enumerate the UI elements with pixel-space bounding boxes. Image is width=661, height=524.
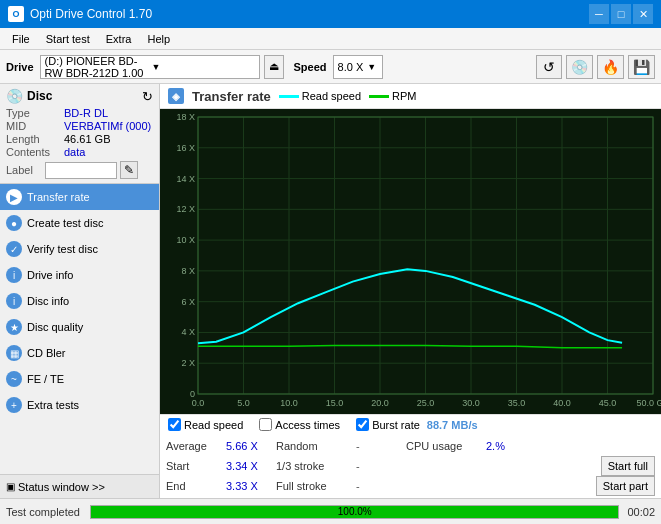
nav-item-verify-test-disc[interactable]: ✓ Verify test disc	[0, 236, 159, 262]
close-button[interactable]: ✕	[633, 4, 653, 24]
cd-bler-icon: ▦	[6, 345, 22, 361]
legend-rpm-label: RPM	[392, 90, 416, 102]
nav-item-extra-tests-label: Extra tests	[27, 399, 79, 411]
burst-rate-checkbox[interactable]	[356, 418, 369, 431]
app-icon: O	[8, 6, 24, 22]
disc-length-row: Length 46.61 GB	[6, 133, 153, 145]
label-row: Label ✎	[6, 161, 153, 179]
status-text: Test completed	[6, 506, 80, 518]
titlebar: O Opti Drive Control 1.70 ─ □ ✕	[0, 0, 661, 28]
speed-dropdown-arrow: ▼	[367, 62, 376, 72]
stat-1-3-key: 1/3 stroke	[276, 460, 356, 472]
menu-file[interactable]: File	[4, 31, 38, 47]
nav-item-disc-quality-label: Disc quality	[27, 321, 83, 333]
disc-refresh-arrows[interactable]: ↻	[142, 89, 153, 104]
stat-1-3-value: -	[356, 460, 386, 472]
speed-value: 8.0 X	[338, 61, 364, 73]
status-window-button[interactable]: ▣ Status window >>	[0, 474, 159, 498]
statusbar: Test completed 100.0% 00:02	[0, 498, 661, 524]
nav-item-transfer-rate[interactable]: ▶ Transfer rate	[0, 184, 159, 210]
sidebar: 💿 Disc ↻ Type BD-R DL MID VERBATIMf (000…	[0, 84, 160, 498]
menu-start-test[interactable]: Start test	[38, 31, 98, 47]
nav-item-disc-quality[interactable]: ★ Disc quality	[0, 314, 159, 340]
disc-contents-key: Contents	[6, 146, 64, 158]
nav-items: ▶ Transfer rate ● Create test disc ✓ Ver…	[0, 184, 159, 474]
nav-item-fe-te[interactable]: ~ FE / TE	[0, 366, 159, 392]
nav-item-cd-bler-label: CD Bler	[27, 347, 66, 359]
minimize-button[interactable]: ─	[589, 4, 609, 24]
window-controls: ─ □ ✕	[589, 4, 653, 24]
progress-label: 100.0%	[91, 506, 618, 518]
drive-select[interactable]: (D:) PIONEER BD-RW BDR-212D 1.00 ▼	[40, 55, 260, 79]
disc-button[interactable]: 💿	[566, 55, 593, 79]
access-times-checkbox[interactable]	[259, 418, 272, 431]
refresh-button[interactable]: ↺	[536, 55, 562, 79]
stat-average-label: Average	[166, 440, 226, 452]
stats-row-0: Average 5.66 X Random - CPU usage 2.%	[166, 436, 655, 456]
nav-item-create-test-disc[interactable]: ● Create test disc	[0, 210, 159, 236]
read-speed-checkbox-label: Read speed	[184, 419, 243, 431]
transfer-rate-icon: ▶	[6, 189, 22, 205]
disc-header-left: 💿 Disc	[6, 88, 52, 104]
nav-item-extra-tests[interactable]: + Extra tests	[0, 392, 159, 418]
disc-contents-row: Contents data	[6, 146, 153, 158]
save-button[interactable]: 💾	[628, 55, 655, 79]
nav-item-drive-info[interactable]: i Drive info	[0, 262, 159, 288]
start-full-button[interactable]: Start full	[601, 456, 655, 476]
nav-item-disc-info[interactable]: i Disc info	[0, 288, 159, 314]
disc-label-edit-button[interactable]: ✎	[120, 161, 138, 179]
drive-dropdown-arrow: ▼	[152, 62, 255, 72]
legend-read-speed: Read speed	[279, 90, 361, 102]
chart-header: ◈ Transfer rate Read speed RPM	[160, 84, 661, 109]
nav-item-drive-info-label: Drive info	[27, 269, 73, 281]
nav-item-cd-bler[interactable]: ▦ CD Bler	[0, 340, 159, 366]
titlebar-left: O Opti Drive Control 1.70	[8, 6, 152, 22]
disc-label-key: Label	[6, 164, 42, 176]
menubar: File Start test Extra Help	[0, 28, 661, 50]
start-part-button[interactable]: Start part	[596, 476, 655, 496]
speed-select[interactable]: 8.0 X ▼	[333, 55, 383, 79]
toolbar: Drive (D:) PIONEER BD-RW BDR-212D 1.00 ▼…	[0, 50, 661, 84]
verify-test-disc-icon: ✓	[6, 241, 22, 257]
stat-end-label: End	[166, 480, 226, 492]
drive-info-icon: i	[6, 267, 22, 283]
create-test-disc-icon: ●	[6, 215, 22, 231]
progress-bar: 100.0%	[90, 505, 619, 519]
disc-info-icon: i	[6, 293, 22, 309]
disc-length-key: Length	[6, 133, 64, 145]
disc-label-input[interactable]	[45, 162, 117, 179]
disc-label: Disc	[27, 89, 52, 103]
nav-item-create-test-disc-label: Create test disc	[27, 217, 103, 229]
stat-end-value: 3.33 X	[226, 480, 276, 492]
stat-random-key: Random	[276, 440, 356, 452]
chart-title-icon: ◈	[168, 88, 184, 104]
nav-item-verify-test-disc-label: Verify test disc	[27, 243, 98, 255]
read-speed-checkbox[interactable]	[168, 418, 181, 431]
access-times-checkbox-label: Access times	[275, 419, 340, 431]
disc-mid-row: MID VERBATIMf (000)	[6, 120, 153, 132]
menu-help[interactable]: Help	[139, 31, 178, 47]
disc-mid-key: MID	[6, 120, 64, 132]
disc-type-value: BD-R DL	[64, 107, 108, 119]
access-times-checkbox-item: Access times	[259, 418, 340, 431]
disc-mid-value: VERBATIMf (000)	[64, 120, 151, 132]
legend-rpm: RPM	[369, 90, 416, 102]
transfer-rate-chart	[160, 109, 661, 414]
stat-cpu-key: CPU usage	[406, 440, 486, 452]
legend-rpm-color	[369, 95, 389, 98]
burn-button[interactable]: 🔥	[597, 55, 624, 79]
stat-random-value: -	[356, 440, 386, 452]
disc-panel-header: 💿 Disc ↻	[6, 88, 153, 104]
disc-icon: 💿	[6, 88, 23, 104]
nav-item-transfer-rate-label: Transfer rate	[27, 191, 90, 203]
disc-type-key: Type	[6, 107, 64, 119]
nav-item-fe-te-label: FE / TE	[27, 373, 64, 385]
disc-quality-icon: ★	[6, 319, 22, 335]
stats-row-1: Start 3.34 X 1/3 stroke - Start full	[166, 456, 655, 476]
eject-button[interactable]: ⏏	[264, 55, 284, 79]
menu-extra[interactable]: Extra	[98, 31, 140, 47]
stat-full-stroke-key: Full stroke	[276, 480, 356, 492]
burst-rate-checkbox-label: Burst rate	[372, 419, 420, 431]
disc-length-value: 46.61 GB	[64, 133, 110, 145]
maximize-button[interactable]: □	[611, 4, 631, 24]
